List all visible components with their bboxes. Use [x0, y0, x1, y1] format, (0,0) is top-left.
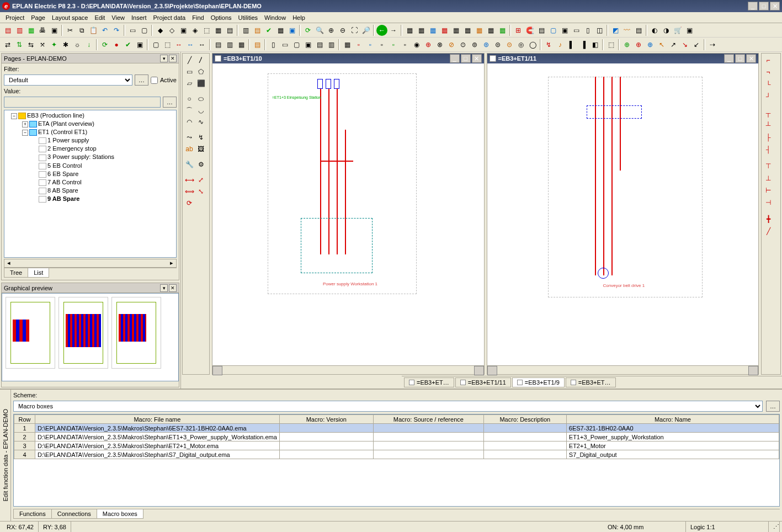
dim-icon[interactable]: ⟳	[184, 198, 195, 209]
value-browse-button[interactable]: …	[163, 97, 177, 108]
tree-page-node[interactable]: 7 AB Control	[6, 178, 175, 187]
polyline-icon[interactable]: 〳	[195, 55, 206, 66]
doc-hscroll[interactable]	[487, 365, 759, 374]
arc-icon[interactable]: ◡	[195, 105, 206, 116]
preview-thumb[interactable]	[111, 297, 161, 369]
ellipse-icon[interactable]: ⬭	[195, 93, 206, 104]
grid-icon[interactable]: ▦	[462, 25, 473, 36]
tool-icon[interactable]: ▫	[376, 39, 387, 50]
tool-icon[interactable]: ⇅	[14, 39, 25, 50]
tool-icon[interactable]: ▱	[184, 78, 195, 89]
tool-icon[interactable]: 〰	[621, 25, 632, 36]
tool-icon[interactable]: ⬛	[195, 78, 206, 89]
conn-icon[interactable]: ⌐	[763, 55, 774, 66]
tool-icon[interactable]: ◈	[189, 25, 200, 36]
menu-insert[interactable]: Insert	[128, 13, 150, 22]
forward-icon[interactable]: →	[388, 25, 399, 36]
scheme-select[interactable]: Macro boxes	[13, 401, 763, 412]
tool-icon[interactable]: ▢	[150, 39, 161, 50]
grid-icon[interactable]: ▦	[439, 25, 450, 36]
tree-page-node[interactable]: 3 Power supply: Stations	[6, 153, 175, 161]
tool-icon[interactable]: ⊗	[434, 39, 445, 50]
check-icon[interactable]: ✔	[123, 39, 134, 50]
table-row[interactable]: 2D:\EPLAN\DATA\Version_2.3.5\Makros\Step…	[14, 433, 779, 441]
filter-active-checkbox[interactable]	[151, 77, 158, 84]
menu-view[interactable]: View	[108, 13, 128, 22]
spline-icon[interactable]: ∿	[195, 116, 206, 127]
panel-close-button[interactable]: ✕	[169, 55, 177, 62]
tool-icon[interactable]: ◎	[515, 39, 526, 50]
copy-icon[interactable]: ⧉	[76, 25, 87, 36]
tool-icon[interactable]: ▥	[326, 39, 337, 50]
tool-icon[interactable]: ▥	[14, 25, 25, 36]
tool-icon[interactable]: ⊘	[446, 39, 457, 50]
tool-icon[interactable]: 🔎	[360, 25, 371, 36]
tree-page-node[interactable]: 2 Emergency stop	[6, 145, 175, 153]
tool-icon[interactable]: ⊝	[504, 39, 515, 50]
tool-icon[interactable]: ▣	[684, 25, 695, 36]
tool-icon[interactable]: ↯	[543, 39, 554, 50]
tool-icon[interactable]: ♪	[555, 39, 566, 50]
bottom-tab-functions[interactable]: Functions	[13, 509, 52, 519]
tool-icon[interactable]: ⊕	[621, 39, 632, 50]
tool-icon[interactable]: ▤	[212, 39, 224, 50]
panel-menu-button[interactable]: ▾	[160, 55, 168, 62]
conn-icon[interactable]: ┘	[763, 91, 774, 102]
tool-icon[interactable]: ▢	[291, 39, 302, 50]
tool-icon[interactable]: ▭	[571, 25, 582, 36]
tool-icon[interactable]: ⇢	[707, 39, 718, 50]
tool-icon[interactable]: ⊕	[645, 39, 656, 50]
grid-icon[interactable]: ▦	[275, 25, 286, 36]
rect-icon[interactable]: ▭	[184, 66, 195, 77]
grid-icon[interactable]: ▦	[404, 25, 415, 36]
tool-icon[interactable]: ▦	[342, 39, 353, 50]
tool-icon[interactable]: ▌	[566, 39, 577, 50]
grid-icon[interactable]: ▦	[427, 25, 438, 36]
minimize-button[interactable]: _	[748, 2, 758, 10]
tree-node-label[interactable]: EB3 (Production line)	[27, 112, 84, 119]
col-row[interactable]: Row	[14, 415, 35, 424]
cart-icon[interactable]: 🛒	[672, 25, 683, 36]
grid-icon[interactable]: ▦	[416, 25, 427, 36]
paste-icon[interactable]: 📋	[88, 25, 99, 36]
conn-icon[interactable]: ⊣	[763, 197, 774, 208]
pages-tab-list[interactable]: List	[28, 268, 49, 278]
print-icon[interactable]: 🖶	[37, 25, 48, 36]
menu-help[interactable]: Help	[289, 13, 308, 22]
tool-icon[interactable]: ▭	[279, 39, 290, 50]
tool-icon[interactable]: ●	[111, 39, 122, 50]
grid-icon[interactable]: ▦	[485, 25, 496, 36]
doc-max-button[interactable]: □	[735, 54, 745, 63]
tool-icon[interactable]: ⊜	[492, 39, 503, 50]
tool-icon[interactable]: ◫	[594, 25, 605, 36]
tool-icon[interactable]: ✱	[60, 39, 71, 50]
value-input[interactable]	[4, 97, 161, 108]
tool-icon[interactable]: ⤧	[37, 39, 48, 50]
tool-icon[interactable]: ▢	[547, 25, 558, 36]
circle-icon[interactable]: ○	[184, 93, 195, 104]
tool-icon[interactable]	[195, 198, 206, 209]
tool-icon[interactable]: ▫	[353, 39, 364, 50]
line-icon[interactable]: ╱	[184, 55, 195, 66]
tool-icon[interactable]: ↔	[196, 39, 208, 50]
tool-icon[interactable]: ▦	[236, 39, 247, 50]
page-tree[interactable]: −EB3 (Production line) +ETA (Plant overv…	[4, 110, 177, 258]
tool-icon[interactable]: ▭	[127, 25, 138, 36]
text-icon[interactable]: ab	[184, 143, 195, 155]
panel-close-button[interactable]: ✕	[169, 284, 177, 292]
zoom-in-icon[interactable]: ⊕	[326, 25, 337, 36]
tree-node-label[interactable]: ETA (Plant overview)	[38, 120, 94, 127]
doc-close-button[interactable]: ✕	[472, 54, 482, 63]
tool-icon[interactable]: ⊞	[513, 25, 524, 36]
doc-hscroll[interactable]	[212, 365, 484, 374]
tool-icon[interactable]: ▣	[286, 25, 297, 36]
menu-edit[interactable]: Edit	[91, 13, 108, 22]
undo-icon[interactable]: ↶	[99, 25, 110, 36]
image-icon[interactable]: 🖼	[195, 143, 206, 155]
tool-icon[interactable]: ▤	[224, 25, 235, 36]
tool-icon[interactable]: ▤	[252, 39, 263, 50]
col-name[interactable]: Macro: Name	[566, 415, 779, 424]
conn-icon[interactable]: ├	[763, 132, 774, 143]
check-icon[interactable]: ✔	[263, 25, 274, 36]
tool-icon[interactable]: ⬚	[605, 39, 616, 50]
